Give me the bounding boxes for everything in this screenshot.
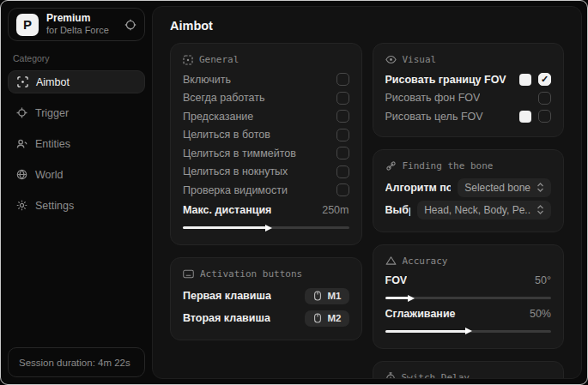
panel-activation-title: Activation buttons (183, 268, 349, 280)
smoothing-slider[interactable] (385, 330, 552, 333)
checkbox-visibility-check[interactable] (336, 183, 349, 196)
brand-logo: P (16, 14, 39, 36)
chevron-updown-icon (536, 205, 544, 214)
bone-row: Выбранные кости Head, Neck, Body, Pe.. (385, 199, 552, 221)
sidebar: P Premium for Delta Force Category Aimbo… (1, 1, 152, 384)
visual-row: Рисовать фон FOV (385, 89, 552, 108)
page-title: Aimbot (170, 19, 564, 33)
brand-subtitle: for Delta Force (46, 25, 117, 36)
globe-icon (16, 169, 27, 180)
toggle-row: Целиться в ботов (183, 126, 349, 145)
brand-card: P Premium for Delta Force (8, 8, 145, 41)
category-label: Category (13, 53, 140, 63)
checkbox-draw-fov-border[interactable]: ✓ (538, 73, 551, 86)
panel-visual-title: Visual (385, 54, 552, 65)
sidebar-item-label: Trigger (35, 107, 69, 119)
sidebar-item-label: Settings (35, 200, 74, 212)
mouse-icon (312, 313, 323, 323)
slider-thumb[interactable] (408, 295, 415, 302)
panel-bone-title: Finding the bone (385, 160, 552, 171)
keybind-row: Вторая клавиша M2 (183, 307, 349, 329)
sidebar-item-label: Aimbot (36, 76, 70, 88)
checkbox-draw-fov-target[interactable] (538, 110, 551, 123)
fov-slider[interactable] (385, 297, 552, 299)
check-icon: ✓ (541, 74, 549, 85)
panel-accuracy-title: Accuracy (385, 256, 552, 267)
toggle-row: Всегда работать (183, 89, 349, 108)
eye-icon (385, 55, 397, 64)
sidebar-item-aimbot[interactable]: Aimbot (8, 70, 145, 93)
entities-icon (16, 138, 27, 149)
slider-row: FOV 50° (385, 272, 552, 291)
sidebar-item-trigger[interactable]: Trigger (8, 101, 145, 124)
chevron-updown-icon (536, 183, 544, 192)
mouse-icon (312, 291, 323, 301)
crosshair-scan-icon (17, 76, 28, 87)
slider-row: Сглаживание 50% (385, 304, 552, 323)
slider-thumb[interactable] (265, 225, 272, 232)
toggle-row: Проверка видимости (183, 181, 349, 200)
fov-target-color-swatch[interactable] (519, 111, 531, 123)
panel-switch-delay-title: Switch Delay (385, 372, 552, 380)
checkbox-always-work[interactable] (336, 92, 349, 105)
panel-switch-delay: Switch Delay Задержка переключения Задер… (373, 361, 565, 380)
max-distance-slider[interactable] (183, 226, 349, 229)
selected-bones-dropdown[interactable]: Head, Neck, Body, Pe.. (417, 201, 551, 220)
checkbox-target-teammates[interactable] (336, 147, 349, 159)
toggle-row: Предсказание (183, 107, 349, 126)
triangle-icon (385, 256, 397, 266)
bone-algorithm-dropdown[interactable]: Selected bone (458, 178, 551, 197)
keybind-row: Первая клавиша M1 (183, 285, 349, 307)
checkbox-target-knocked[interactable] (336, 165, 349, 178)
sidebar-item-settings[interactable]: Settings (8, 194, 145, 217)
keyboard-icon (183, 269, 194, 279)
gear-icon (16, 200, 27, 211)
sidebar-item-label: World (35, 169, 63, 181)
slider-row: Макс. дистанция 250m (183, 202, 349, 220)
checkbox-prediction[interactable] (336, 110, 349, 123)
keybind-m2[interactable]: M2 (305, 310, 349, 327)
toggle-row: Целиться в нокнутых (183, 163, 349, 182)
smoothing-value: 50% (530, 308, 551, 320)
sidebar-item-world[interactable]: World (8, 163, 145, 186)
bone-row: Алгоритм поиска костей Selected bone (385, 177, 552, 199)
panel-accuracy: Accuracy FOV 50° Сглаживание 50% (373, 244, 565, 349)
checkbox-draw-fov-background[interactable] (538, 92, 551, 105)
session-duration: Session duration: 4m 22s (8, 347, 145, 377)
panel-visual: Visual Рисовать границу FOV ✓ Рисовать ф… (373, 43, 565, 137)
crosshair-plus-icon (16, 107, 27, 118)
timer-icon (385, 372, 396, 380)
visual-row: Рисовать границу FOV ✓ (385, 70, 552, 89)
grid-icon (183, 55, 193, 65)
max-distance-value: 250m (322, 204, 349, 216)
app-window: P Premium for Delta Force Category Aimbo… (0, 0, 588, 385)
checkbox-enable[interactable] (336, 73, 349, 86)
fov-border-color-swatch[interactable] (519, 74, 531, 86)
panel-general-title: General (183, 54, 349, 65)
sidebar-item-entities[interactable]: Entities (8, 132, 145, 155)
brand-title: Premium (46, 13, 117, 25)
main-content: Aimbot General Включить (152, 6, 582, 379)
visual-row: Рисовать цель FOV (385, 107, 552, 126)
panel-activation-buttons: Activation buttons Первая клавиша M1 Вто… (170, 257, 362, 340)
sidebar-item-label: Entities (35, 138, 70, 150)
toggle-row: Включить (183, 70, 349, 89)
keybind-m1[interactable]: M1 (305, 288, 349, 304)
panel-finding-bone: Finding the bone Алгоритм поиска костей … (373, 149, 565, 232)
bone-icon (385, 160, 397, 171)
toggle-row: Целиться в тиммейтов (183, 144, 349, 163)
slider-thumb[interactable] (465, 328, 472, 334)
scope-icon[interactable] (124, 19, 136, 31)
fov-value: 50° (535, 274, 551, 286)
checkbox-target-bots[interactable] (336, 129, 349, 141)
panel-general: General Включить Всегда работать Предска… (170, 43, 362, 245)
